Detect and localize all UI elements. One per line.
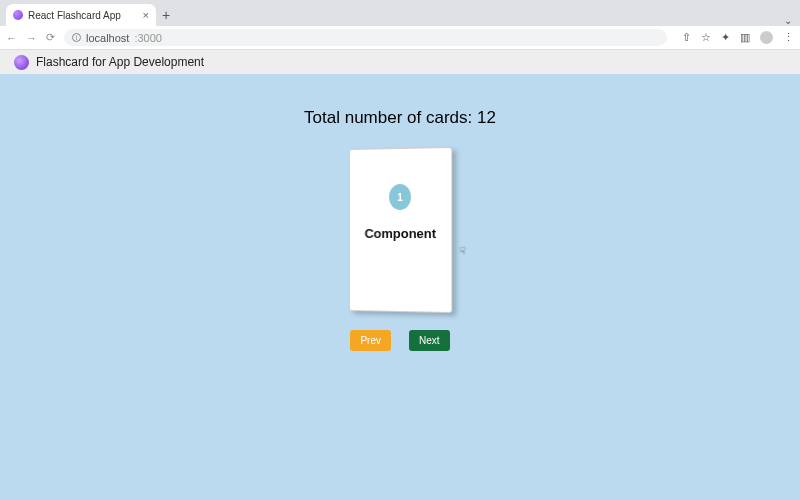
browser-tab-strip: React Flashcard App × + ⌄	[0, 0, 800, 26]
app-title: Flashcard for App Development	[36, 55, 204, 69]
card-index-badge: 1	[389, 184, 411, 210]
pointer-cursor-icon: ☟	[459, 245, 465, 256]
card-term: Component	[364, 226, 436, 241]
new-tab-button[interactable]: +	[156, 4, 176, 26]
prev-button[interactable]: Prev	[350, 330, 391, 351]
back-icon[interactable]: ←	[6, 32, 17, 44]
bookmark-icon[interactable]: ☆	[701, 31, 711, 44]
tabs-overflow-icon[interactable]: ⌄	[784, 15, 792, 26]
profile-avatar-icon[interactable]	[760, 31, 773, 44]
url-host: localhost	[86, 32, 129, 44]
menu-icon[interactable]: ⋮	[783, 31, 794, 44]
nav-buttons: Prev Next	[350, 330, 449, 351]
forward-icon[interactable]: →	[26, 32, 37, 44]
app-header: Flashcard for App Development	[0, 50, 800, 74]
tab-close-icon[interactable]: ×	[143, 9, 149, 21]
side-panel-icon[interactable]: ▥	[740, 31, 750, 44]
page-body: Total number of cards: 12 1 Component ☟ …	[0, 74, 800, 500]
site-info-icon[interactable]: i	[72, 33, 81, 42]
reload-icon[interactable]: ⟳	[46, 31, 55, 44]
favicon-icon	[13, 10, 23, 20]
extensions-icon[interactable]: ✦	[721, 31, 730, 44]
share-icon[interactable]: ⇧	[682, 31, 691, 44]
url-port: :3000	[134, 32, 162, 44]
next-button[interactable]: Next	[409, 330, 450, 351]
tab-title: React Flashcard App	[28, 10, 138, 21]
flashcard[interactable]: 1 Component ☟	[349, 147, 452, 313]
browser-toolbar: ← → ⟳ i localhost:3000 ⇧ ☆ ✦ ▥ ⋮	[0, 26, 800, 50]
app-logo-icon	[14, 55, 29, 70]
browser-tab[interactable]: React Flashcard App ×	[6, 4, 156, 26]
address-bar[interactable]: i localhost:3000	[64, 29, 667, 46]
card-count-label: Total number of cards: 12	[304, 108, 496, 128]
